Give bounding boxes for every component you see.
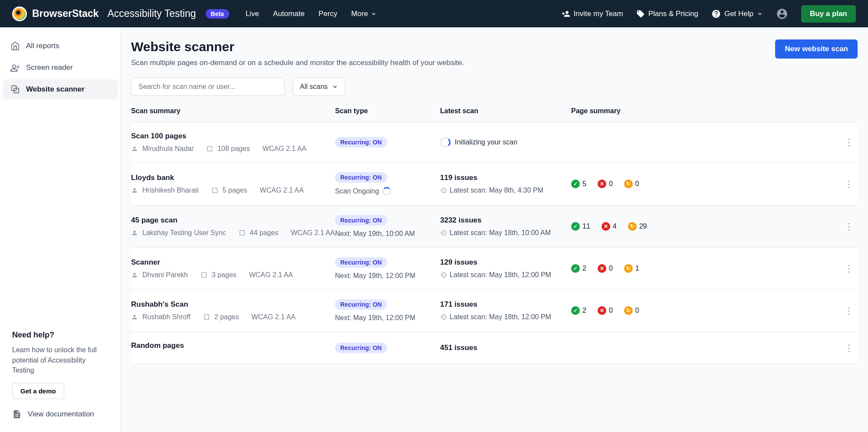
nav-automate[interactable]: Automate <box>273 10 305 18</box>
invite-team-label: Invite my Team <box>574 10 623 18</box>
recurring-pill: Recurring: ON <box>335 299 387 310</box>
sidebar: All reports Screen reader Website scanne… <box>0 27 121 432</box>
row-more-menu[interactable]: ⋮ <box>840 221 858 232</box>
invite-team-button[interactable]: Invite my Team <box>562 10 623 18</box>
page-subtitle: Scan multiple pages on-demand or on a sc… <box>131 59 464 67</box>
table-row[interactable]: Rushabh's Scan Rushabh Shroff 2 pages WC… <box>131 290 858 332</box>
refresh-circle-icon: ↻ <box>624 306 633 315</box>
new-website-scan-button[interactable]: New website scan <box>775 39 858 59</box>
refresh-circle-icon: ↻ <box>624 180 633 188</box>
filter-label: All scans <box>300 83 328 91</box>
chevron-down-icon <box>371 11 377 17</box>
buy-plan-button[interactable]: Buy a plan <box>801 5 856 23</box>
row-more-menu[interactable]: ⋮ <box>840 179 858 189</box>
scan-user: Mirudhula Nadar <box>142 145 194 153</box>
nav-live[interactable]: Live <box>246 10 259 18</box>
error-badge: ✕0 <box>598 306 613 315</box>
table-row[interactable]: Lloyds bank Hrishikesh Bharati 5 pages W… <box>131 163 858 206</box>
svg-rect-5 <box>202 273 207 278</box>
error-badge: ✕0 <box>598 180 613 188</box>
initializing-status: Initializing your scan <box>440 137 571 147</box>
recurring-pill: Recurring: ON <box>335 215 387 226</box>
user-avatar[interactable] <box>776 8 788 20</box>
scan-wcag: WCAG 2.1 AA <box>252 313 296 321</box>
page-summary-badges: ✓2 ✕0 ↻1 <box>571 264 840 273</box>
table-row[interactable]: Scanner Dhvani Parekh 3 pages WCAG 2.1 A… <box>131 248 858 290</box>
help-card: Need help? Learn how to unlock the full … <box>12 331 108 399</box>
row-more-menu[interactable]: ⋮ <box>840 305 858 316</box>
scan-next: Next: May 19th, 10:00 AM <box>335 230 415 238</box>
row-more-menu[interactable]: ⋮ <box>840 263 858 274</box>
scan-next: Next: May 19th, 12:00 PM <box>335 272 415 280</box>
page-title: Website scanner <box>131 39 464 54</box>
scan-pages: 5 pages <box>223 187 247 194</box>
search-input[interactable] <box>131 78 285 96</box>
sidebar-item-screen-reader[interactable]: Screen reader <box>3 58 118 78</box>
get-demo-button[interactable]: Get a demo <box>12 383 64 399</box>
scan-meta: Lakshay Testing User Sync 44 pages WCAG … <box>131 229 335 237</box>
brand-name: BrowserStack <box>32 8 99 20</box>
filter-all-scans[interactable]: All scans <box>293 78 345 96</box>
success-badge: ✓2 <box>571 306 586 315</box>
check-circle-icon: ✓ <box>571 222 580 231</box>
sidebar-item-all-reports[interactable]: All reports <box>3 36 118 56</box>
document-icon <box>12 409 22 419</box>
nav-right: Invite my Team Plans & Pricing Get Help … <box>562 5 856 23</box>
sidebar-item-label: Website scanner <box>26 85 85 94</box>
latest-scan-time: Latest scan: May 18th, 10:00 AM <box>440 229 571 237</box>
nav-more[interactable]: More <box>351 10 377 18</box>
help-title: Need help? <box>12 331 108 340</box>
warning-badge: ↻29 <box>628 222 647 231</box>
row-more-menu[interactable]: ⋮ <box>840 343 858 353</box>
scan-meta: Hrishikesh Bharati 5 pages WCAG 2.1 AA <box>131 187 335 194</box>
recurring-pill: Recurring: ON <box>335 257 387 268</box>
issue-count: 3232 issues <box>440 216 571 225</box>
plans-pricing-button[interactable]: Plans & Pricing <box>636 10 698 18</box>
view-documentation-link[interactable]: View documentation <box>3 404 118 424</box>
svg-rect-2 <box>207 147 212 151</box>
row-more-menu[interactable]: ⋮ <box>840 137 858 147</box>
sidebar-item-website-scanner[interactable]: Website scanner <box>3 79 118 99</box>
plans-label: Plans & Pricing <box>648 10 698 18</box>
help-icon <box>711 9 721 19</box>
recurring-pill: Recurring: ON <box>335 172 387 183</box>
help-text: Learn how to unlock the full potential o… <box>12 345 108 375</box>
error-badge: ✕4 <box>602 222 617 231</box>
recurring-pill: Recurring: ON <box>335 137 387 147</box>
table-row[interactable]: Scan 100 pages Mirudhula Nadar 108 pages… <box>131 122 858 163</box>
scan-pages: 108 pages <box>217 145 250 153</box>
main-nav: Live Automate Percy More <box>246 10 377 18</box>
scan-user: Hrishikesh Bharati <box>142 187 199 194</box>
screen-reader-icon <box>10 63 20 72</box>
scan-name: 45 page scan <box>131 216 335 225</box>
x-circle-icon: ✕ <box>602 222 610 231</box>
scan-name: Lloyds bank <box>131 173 335 182</box>
scan-pages: 3 pages <box>212 271 237 279</box>
issue-count: 171 issues <box>440 300 571 309</box>
scan-wcag: WCAG 2.1 AA <box>263 145 306 153</box>
warning-badge: ↻0 <box>624 180 639 188</box>
brand-group[interactable]: BrowserStack Accessibility Testing Beta <box>12 7 229 21</box>
person-add-icon <box>562 10 570 18</box>
svg-rect-3 <box>212 188 217 193</box>
check-circle-icon: ✓ <box>571 264 580 273</box>
get-help-menu[interactable]: Get Help <box>711 9 763 19</box>
scanner-icon <box>10 85 20 94</box>
scan-pages: 44 pages <box>250 229 279 237</box>
nav-percy[interactable]: Percy <box>319 10 337 18</box>
x-circle-icon: ✕ <box>598 264 606 273</box>
table-row[interactable]: Random pages Recurring: ON 451 issues ⋮ <box>131 332 858 364</box>
table-row[interactable]: 45 page scan Lakshay Testing User Sync 4… <box>131 206 858 248</box>
recurring-pill: Recurring: ON <box>335 343 387 353</box>
table-body: Scan 100 pages Mirudhula Nadar 108 pages… <box>131 122 858 364</box>
refresh-circle-icon: ↻ <box>624 264 633 273</box>
scan-meta: Rushabh Shroff 2 pages WCAG 2.1 AA <box>131 313 335 321</box>
warning-badge: ↻0 <box>624 306 639 315</box>
warning-badge: ↻1 <box>624 264 639 273</box>
x-circle-icon: ✕ <box>598 180 606 188</box>
chevron-down-icon <box>332 84 338 90</box>
scan-user: Rushabh Shroff <box>142 313 191 321</box>
success-badge: ✓2 <box>571 264 586 273</box>
scan-name: Rushabh's Scan <box>131 300 335 309</box>
tag-icon <box>636 10 645 18</box>
